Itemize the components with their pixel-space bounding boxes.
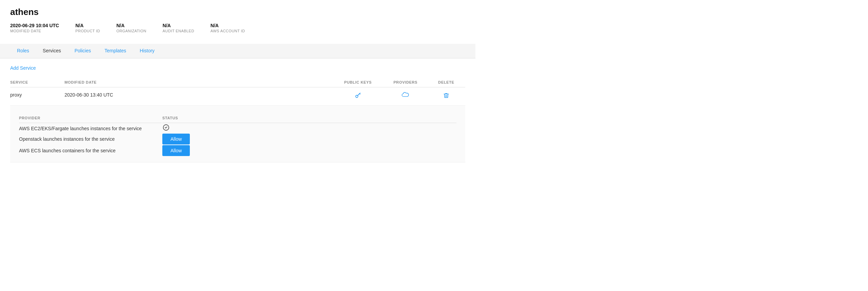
expand-cell: PROVIDER STATUS AWS EC2/EKS/Fargate laun…: [10, 106, 465, 163]
col-providers: PROVIDERS: [384, 78, 431, 87]
public-keys-cell[interactable]: [336, 87, 384, 106]
meta-modified-date: 2020-06-29 10:04 UTC MODIFIED DATE: [10, 23, 59, 33]
expand-content: PROVIDER STATUS AWS EC2/EKS/Fargate laun…: [10, 106, 465, 162]
col-provider: PROVIDER: [19, 113, 162, 123]
provider-row-2: Openstack launches instances for the ser…: [19, 134, 456, 144]
tab-services[interactable]: Services: [36, 44, 68, 58]
table-row: proxy 2020-06-30 13:40 UTC: [10, 87, 465, 106]
spacer-cell: [166, 87, 336, 106]
trash-icon[interactable]: [443, 93, 449, 100]
tab-roles[interactable]: Roles: [10, 44, 36, 58]
tab-history[interactable]: History: [133, 44, 162, 58]
allow-button-ecs[interactable]: Allow: [162, 145, 190, 156]
col-modified-date: MODIFIED DATE: [65, 78, 166, 87]
tab-policies[interactable]: Policies: [68, 44, 97, 58]
tabs-bar: Roles Services Policies Templates Histor…: [0, 44, 475, 58]
services-table: SERVICE MODIFIED DATE PUBLIC KEYS PROVID…: [10, 78, 465, 162]
service-modified-date: 2020-06-30 13:40 UTC: [65, 87, 166, 106]
col-service: SERVICE: [10, 78, 65, 87]
col-public-keys: PUBLIC KEYS: [336, 78, 384, 87]
add-service-link[interactable]: Add Service: [10, 65, 36, 71]
svg-line-3: [359, 94, 360, 95]
delete-cell[interactable]: [431, 87, 465, 106]
content-area: Add Service SERVICE MODIFIED DATE PUBLIC…: [10, 58, 465, 162]
svg-line-2: [360, 93, 360, 94]
meta-row: 2020-06-29 10:04 UTC MODIFIED DATE N/A P…: [10, 23, 465, 37]
cloud-icon[interactable]: [402, 92, 409, 99]
tab-templates[interactable]: Templates: [98, 44, 133, 58]
check-icon: [162, 125, 170, 133]
provider-name-2: Openstack launches instances for the ser…: [19, 134, 162, 144]
key-icon[interactable]: [355, 93, 361, 100]
meta-aws-account-id: N/A AWS ACCOUNT ID: [211, 23, 245, 33]
meta-organization: N/A ORGANIZATION: [116, 23, 146, 33]
status-cell-1: [162, 124, 456, 133]
meta-product-id: N/A PRODUCT ID: [75, 23, 100, 33]
provider-name-1: AWS EC2/EKS/Fargate launches instances f…: [19, 124, 162, 133]
status-cell-3[interactable]: Allow: [162, 145, 456, 156]
provider-row-3: AWS ECS launches containers for the serv…: [19, 145, 456, 156]
providers-cell[interactable]: [384, 87, 431, 106]
page-title: athens: [10, 7, 465, 17]
provider-name-3: AWS ECS launches containers for the serv…: [19, 145, 162, 156]
provider-subtable: PROVIDER STATUS AWS EC2/EKS/Fargate laun…: [18, 113, 457, 157]
meta-audit-enabled: N/A AUDIT ENABLED: [163, 23, 194, 33]
status-cell-2[interactable]: Allow: [162, 134, 456, 144]
col-delete: DELETE: [431, 78, 465, 87]
col-status: STATUS: [162, 113, 456, 123]
service-name: proxy: [10, 87, 65, 106]
allow-button-openstack[interactable]: Allow: [162, 134, 190, 144]
provider-row-1: AWS EC2/EKS/Fargate launches instances f…: [19, 124, 456, 133]
col-spacer: [166, 78, 336, 87]
expand-row: PROVIDER STATUS AWS EC2/EKS/Fargate laun…: [10, 106, 465, 163]
